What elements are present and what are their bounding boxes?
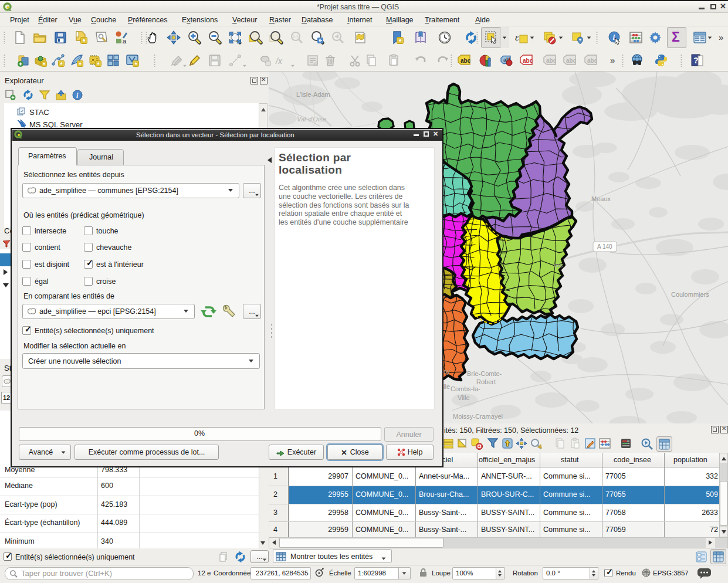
svg-text:Ville: Ville — [458, 394, 470, 401]
svg-text:abc: abc — [460, 57, 471, 64]
svg-text:abc: abc — [546, 57, 557, 64]
svg-text:abc: abc — [587, 57, 598, 64]
svg-text:Moissy-Cramayel: Moissy-Cramayel — [453, 413, 503, 420]
svg-text:L'Isle-Adam: L'Isle-Adam — [296, 91, 330, 98]
svg-text:ε: ε — [515, 32, 519, 43]
svg-text:Brie-Comte-: Brie-Comte- — [467, 370, 502, 377]
svg-text:Val-d'Oise: Val-d'Oise — [297, 116, 326, 123]
svg-text:Robert: Robert — [476, 378, 496, 385]
svg-text:i: i — [613, 33, 615, 42]
svg-text:ile: ile — [443, 383, 450, 390]
svg-text:abc: abc — [523, 57, 533, 64]
svg-text:abc: abc — [566, 57, 577, 64]
svg-text:Coulommiers: Coulommiers — [671, 291, 709, 298]
svg-text:A 140: A 140 — [597, 243, 612, 250]
svg-text:Combs-la-: Combs-la- — [451, 385, 480, 392]
svg-text:rris: rris — [554, 262, 563, 269]
svg-text:Meaux: Meaux — [591, 195, 611, 202]
svg-text:1:1: 1:1 — [293, 35, 299, 39]
svg-text:oy: oy — [443, 368, 451, 375]
svg-text:a: a — [123, 38, 127, 45]
svg-text:?: ? — [693, 56, 699, 65]
